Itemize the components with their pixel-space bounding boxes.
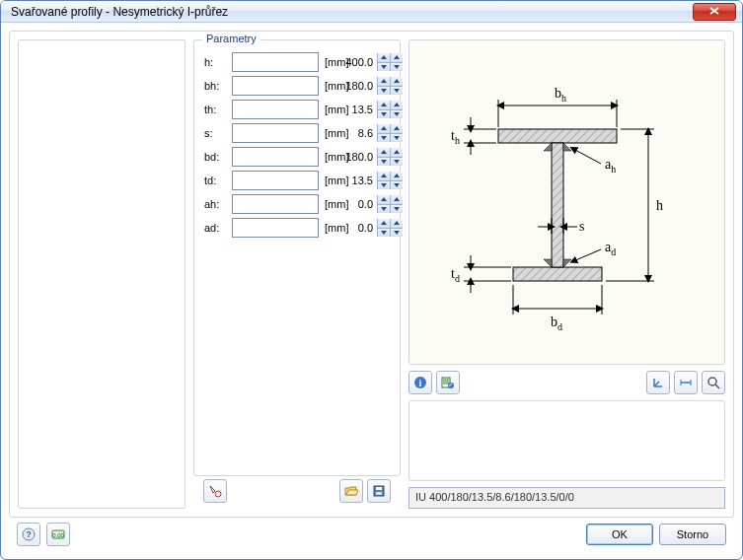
param-unit: [mm] (325, 175, 348, 186)
spin-down-icon[interactable] (390, 134, 403, 143)
mid-toolbar (203, 479, 391, 503)
svg-text:0.00: 0.00 (52, 532, 64, 538)
param-input[interactable] (233, 219, 377, 237)
spin-down-icon[interactable] (377, 181, 390, 190)
spin-down-icon[interactable] (390, 205, 403, 214)
param-row: ad:[mm] (204, 218, 390, 238)
param-spinner[interactable] (232, 52, 319, 72)
spin-up-icon[interactable] (390, 101, 403, 110)
spin-up-icon[interactable] (377, 219, 390, 229)
spin-up-icon[interactable] (390, 77, 403, 87)
svg-text:bh: bh (555, 86, 566, 104)
message-area (409, 400, 725, 481)
units-button[interactable]: 0.00 (46, 523, 70, 546)
spin-up-icon[interactable] (390, 195, 403, 205)
param-row: ah:[mm] (204, 194, 390, 214)
param-unit: [mm] (325, 104, 348, 115)
param-spinner[interactable] (232, 123, 319, 143)
app-window: Svařované profily - Nesymetrický I-průře… (0, 0, 743, 560)
info-button[interactable]: i (409, 371, 432, 394)
svg-text:ah: ah (605, 157, 616, 175)
axis-button[interactable] (646, 371, 670, 394)
spin-up-icon[interactable] (377, 172, 390, 181)
spin-up-icon[interactable] (390, 148, 403, 158)
spin-up-icon[interactable] (377, 101, 390, 110)
param-input[interactable] (233, 77, 377, 95)
preview-toolbar: i (409, 371, 725, 394)
svg-text:s: s (579, 219, 584, 234)
spin-up-icon[interactable] (377, 53, 390, 63)
footer: ? 0.00 OK Storno (9, 518, 734, 551)
spin-up-icon[interactable] (390, 124, 403, 134)
param-input[interactable] (233, 172, 377, 189)
open-button[interactable] (339, 479, 363, 503)
spin-up-icon[interactable] (377, 148, 390, 158)
close-button[interactable] (693, 3, 736, 21)
param-spinner[interactable] (232, 218, 319, 238)
param-row: bh:[mm] (204, 76, 390, 96)
help-button[interactable]: ? (17, 523, 40, 546)
param-label: bd: (204, 151, 226, 163)
param-input[interactable] (233, 148, 377, 166)
preview-column: bh th td (409, 39, 725, 509)
zoom-button[interactable] (702, 371, 725, 394)
param-unit: [mm] (325, 56, 348, 68)
spin-up-icon[interactable] (377, 77, 390, 87)
spin-down-icon[interactable] (390, 110, 403, 119)
param-unit: [mm] (325, 222, 348, 234)
spin-down-icon[interactable] (377, 134, 390, 143)
spin-down-icon[interactable] (377, 110, 390, 119)
profile-code-field[interactable]: IU 400/180/13.5/8.6/180/13.5/0/0 (409, 487, 725, 509)
dimension-button[interactable] (674, 371, 698, 394)
spin-down-icon[interactable] (377, 63, 390, 72)
spin-down-icon[interactable] (390, 63, 403, 72)
param-label: bh: (204, 80, 226, 92)
param-row: s:[mm] (204, 123, 390, 143)
param-spinner[interactable] (232, 171, 319, 190)
profile-list[interactable] (18, 39, 186, 509)
save-button[interactable] (367, 479, 391, 503)
spin-down-icon[interactable] (390, 158, 403, 167)
param-input[interactable] (233, 195, 377, 213)
param-unit: [mm] (325, 151, 348, 163)
parameters-column: Parametry h:[mm]bh:[mm]th:[mm]s:[mm]bd:[… (193, 39, 401, 509)
properties-button[interactable] (436, 371, 460, 394)
parameters-group: Parametry h:[mm]bh:[mm]th:[mm]s:[mm]bd:[… (193, 39, 401, 476)
spin-up-icon[interactable] (377, 195, 390, 205)
svg-text:td: td (451, 266, 460, 284)
ibeam-diagram: bh th td (409, 40, 715, 364)
cancel-button[interactable]: Storno (659, 524, 726, 545)
pick-button[interactable] (203, 479, 227, 503)
spin-up-icon[interactable] (390, 172, 403, 181)
param-row: th:[mm] (204, 100, 390, 119)
content-area: Parametry h:[mm]bh:[mm]th:[mm]s:[mm]bd:[… (1, 23, 742, 559)
spin-down-icon[interactable] (377, 87, 390, 96)
param-input[interactable] (233, 124, 377, 142)
param-input[interactable] (233, 101, 377, 118)
param-spinner[interactable] (232, 194, 319, 214)
ok-button[interactable]: OK (586, 524, 653, 545)
param-input[interactable] (233, 53, 377, 71)
svg-rect-7 (513, 267, 602, 281)
spin-up-icon[interactable] (377, 124, 390, 134)
param-spinner[interactable] (232, 147, 319, 167)
svg-text:ad: ad (605, 240, 616, 257)
spin-down-icon[interactable] (377, 205, 390, 214)
spin-up-icon[interactable] (390, 219, 403, 229)
preview-drawing: bh th td (409, 39, 725, 365)
param-label: h: (204, 56, 226, 68)
param-spinner[interactable] (232, 76, 319, 96)
parameters-title: Parametry (202, 33, 260, 44)
spin-up-icon[interactable] (390, 53, 403, 63)
param-spinner[interactable] (232, 100, 319, 119)
spin-down-icon[interactable] (390, 181, 403, 190)
param-label: s: (204, 127, 226, 139)
spin-down-icon[interactable] (390, 229, 403, 238)
svg-text:i: i (419, 378, 422, 388)
spin-down-icon[interactable] (377, 158, 390, 167)
svg-text:bd: bd (551, 315, 562, 332)
spin-down-icon[interactable] (377, 229, 390, 238)
window-title: Svařované profily - Nesymetrický I-průře… (11, 5, 693, 19)
spin-down-icon[interactable] (390, 87, 403, 96)
param-unit: [mm] (325, 198, 348, 210)
